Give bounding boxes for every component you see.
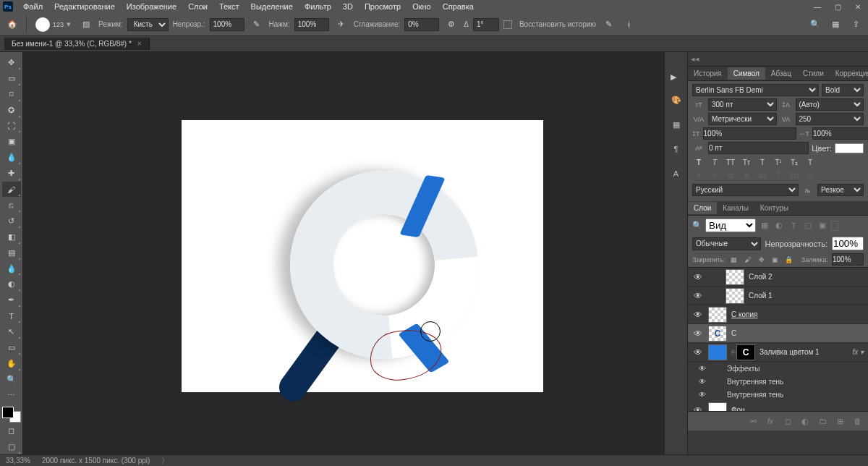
tab-paragraph[interactable]: Абзац — [765, 67, 797, 80]
layer-name[interactable]: С копия — [731, 310, 757, 318]
allcaps-button[interactable]: TT — [724, 156, 737, 168]
opacity-pressure-toggle[interactable]: ✎ — [249, 17, 265, 33]
font-size-select[interactable]: 300 пт — [708, 98, 777, 111]
ot-ordinals-button[interactable]: 1st — [788, 169, 801, 181]
layer-thumbnail[interactable] — [726, 288, 744, 304]
layer-row[interactable]: 👁 С копия — [688, 305, 868, 324]
filter-shape-icon[interactable]: ▢ — [802, 220, 814, 232]
adjustment-layer-button[interactable]: ◐ — [799, 415, 812, 428]
angle-input[interactable] — [473, 18, 499, 31]
group-button[interactable]: 🗀 — [816, 415, 829, 428]
layer-name[interactable]: Заливка цветом 1 — [760, 348, 820, 356]
symmetry-button[interactable]: ᚼ — [621, 17, 637, 33]
menu-text[interactable]: Текст — [213, 1, 245, 12]
blur-tool[interactable]: 💧 — [2, 261, 21, 276]
menu-image[interactable]: Изображение — [121, 1, 182, 12]
layer-style-button[interactable]: fx — [764, 415, 777, 428]
maximize-button[interactable]: ▢ — [827, 1, 848, 12]
expand-panels-button[interactable]: ▶ — [671, 72, 682, 84]
path-select-tool[interactable]: ↖ — [2, 324, 21, 339]
filter-pixel-icon[interactable]: ▦ — [759, 220, 770, 232]
frame-tool[interactable]: ▣ — [2, 134, 21, 149]
lock-all-button[interactable]: 🔒 — [784, 255, 794, 265]
document-canvas[interactable] — [182, 120, 543, 392]
tab-paths[interactable]: Контуры — [754, 202, 794, 214]
shape-tool[interactable]: ▭ — [2, 340, 21, 355]
effects-visibility-toggle[interactable]: 👁 — [695, 365, 710, 373]
swatches-panel-icon[interactable]: ▦ — [668, 116, 685, 133]
layer-effects-header[interactable]: 👁 Эффекты — [688, 362, 868, 375]
layer-thumbnail[interactable]: C — [708, 326, 727, 342]
underline-button[interactable]: T₁ — [788, 156, 801, 168]
character-panel-icon[interactable]: A — [668, 165, 685, 182]
document-tab[interactable]: Без имени-1 @ 33,3% (C, RGB/8#) * — [4, 38, 150, 50]
horizontal-scale-input[interactable] — [812, 127, 868, 140]
layer-row[interactable]: 👁 Слой 2 — [688, 268, 868, 287]
menu-layer[interactable]: Слои — [182, 1, 213, 12]
eyedropper-tool[interactable]: 💧 — [2, 150, 21, 165]
filter-toggle[interactable] — [831, 221, 838, 231]
pen-tool[interactable]: ✒ — [2, 292, 21, 308]
layer-thumbnail[interactable] — [708, 307, 727, 323]
history-brush-tool[interactable]: ↺ — [2, 213, 21, 229]
tablet-pressure-size-toggle[interactable]: ✎ — [600, 17, 616, 33]
strikethrough-button[interactable]: T — [804, 156, 817, 168]
tab-history[interactable]: История — [688, 67, 728, 80]
zoom-level[interactable]: 33,33% — [6, 457, 30, 465]
gradient-tool[interactable]: ▤ — [2, 245, 21, 260]
tab-layers[interactable]: Слои — [688, 202, 717, 214]
ot-contextual-button[interactable]: 𝜎 — [708, 169, 721, 181]
visibility-toggle[interactable]: 👁 — [688, 405, 708, 412]
move-tool[interactable]: ✥ — [2, 55, 21, 70]
flow-input[interactable] — [294, 18, 329, 31]
lock-image-button[interactable]: 🖌 — [743, 255, 753, 265]
clone-stamp-tool[interactable]: ⎌ — [2, 198, 21, 213]
tab-styles[interactable]: Стили — [797, 67, 830, 80]
ot-discretionary-button[interactable]: st — [724, 169, 737, 181]
menu-window[interactable]: Окно — [407, 1, 437, 12]
tab-channels[interactable]: Каналы — [717, 202, 754, 214]
lasso-tool[interactable]: ⌑ — [2, 87, 21, 102]
opacity-input[interactable] — [210, 18, 244, 31]
quick-mask-toggle[interactable]: ◻ — [2, 423, 21, 439]
color-panel-icon[interactable]: 🎨 — [668, 91, 685, 109]
layer-row[interactable]: 👁 Слой 1 — [688, 287, 868, 305]
type-tool[interactable]: T — [2, 308, 21, 323]
layer-row[interactable]: 👁 C С — [688, 324, 868, 343]
tracking-select[interactable]: 250 — [796, 113, 864, 125]
healing-brush-tool[interactable]: ✚ — [2, 166, 21, 181]
menu-edit[interactable]: Редактирование — [48, 1, 121, 12]
menu-select[interactable]: Выделение — [245, 1, 299, 12]
layer-mask-button[interactable]: ◻ — [781, 415, 794, 428]
brush-tool[interactable]: 🖌 — [2, 182, 21, 197]
layer-name[interactable]: Слой 1 — [749, 292, 773, 300]
layer-opacity-input[interactable] — [832, 237, 864, 250]
layer-thumbnail[interactable] — [708, 402, 727, 412]
visibility-toggle[interactable]: 👁 — [688, 347, 708, 357]
ot-titling-button[interactable]: T — [772, 169, 785, 181]
baseline-shift-input[interactable] — [708, 142, 809, 154]
dodge-tool[interactable]: ◐ — [2, 276, 21, 292]
vertical-scale-input[interactable] — [703, 127, 796, 140]
font-style-select[interactable]: Bold — [822, 84, 864, 96]
layer-effect-row[interactable]: 👁 Внутренняя тень — [688, 388, 868, 401]
layer-thumbnail[interactable] — [708, 344, 727, 360]
ot-stylistic-button[interactable]: aa — [756, 169, 769, 181]
filter-smartobject-icon[interactable]: ▣ — [817, 220, 828, 232]
filter-type-icon[interactable]: T — [788, 220, 799, 232]
filter-adjustment-icon[interactable]: ◐ — [773, 220, 785, 232]
layer-thumbnail[interactable] — [726, 269, 744, 285]
lock-artboard-button[interactable]: ▣ — [770, 255, 780, 265]
foreground-color-swatch[interactable] — [2, 407, 14, 418]
blend-mode-layers-select[interactable]: Обычные — [692, 237, 761, 250]
ot-fractions-button[interactable]: ½ — [804, 169, 817, 181]
fill-input[interactable] — [832, 253, 864, 266]
effect-visibility-toggle[interactable]: 👁 — [695, 378, 710, 386]
eraser-tool[interactable]: ◧ — [2, 229, 21, 245]
menu-file[interactable]: Файл — [17, 1, 48, 12]
marquee-tool[interactable]: ▭ — [2, 71, 21, 86]
brush-settings-button[interactable]: ▨ — [78, 17, 94, 33]
minimize-button[interactable]: ― — [807, 1, 827, 12]
faux-italic-button[interactable]: T — [708, 156, 721, 168]
ot-swash-button[interactable]: A — [740, 169, 753, 181]
